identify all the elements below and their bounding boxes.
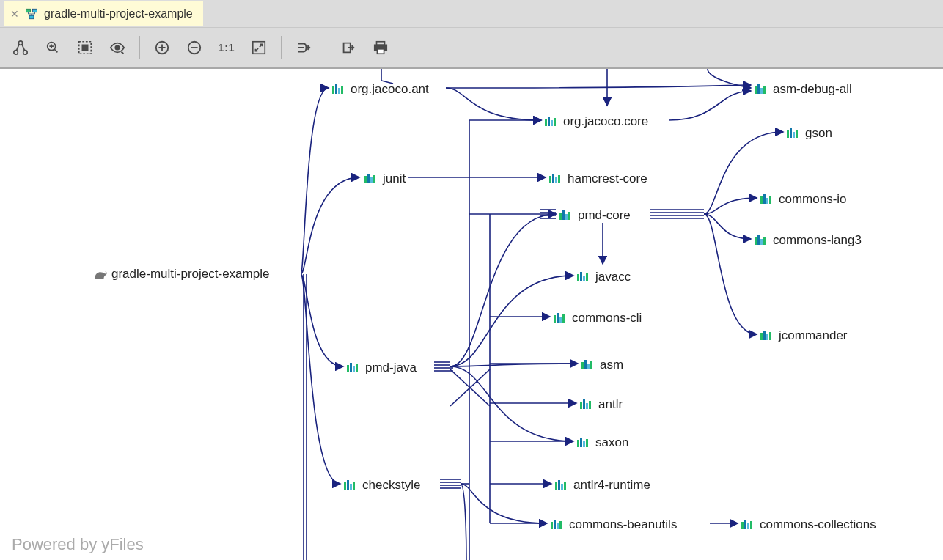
edges-layer — [0, 69, 943, 560]
svg-rect-53 — [584, 360, 587, 369]
library-icon — [579, 399, 594, 410]
node-label: pmd-java — [365, 361, 417, 375]
svg-point-4 — [14, 51, 18, 55]
close-icon[interactable]: ✕ — [10, 8, 19, 20]
svg-rect-88 — [760, 333, 763, 340]
svg-rect-35 — [554, 118, 556, 126]
svg-rect-78 — [793, 132, 795, 138]
node-label: commons-cli — [572, 311, 642, 325]
svg-rect-20 — [364, 176, 367, 183]
node-javacc[interactable]: javacc — [576, 270, 631, 284]
svg-rect-2 — [29, 15, 34, 19]
svg-rect-77 — [790, 128, 792, 138]
svg-rect-56 — [580, 402, 582, 409]
svg-rect-19 — [341, 86, 343, 94]
node-commons-collections[interactable]: commons-collections — [741, 517, 876, 532]
svg-rect-49 — [557, 313, 559, 323]
node-label: jcommander — [779, 328, 848, 343]
node-label: asm — [600, 358, 623, 372]
layout-button[interactable] — [6, 33, 35, 62]
svg-rect-95 — [750, 521, 752, 529]
node-jacoco-ant[interactable]: org.jacoco.ant — [331, 82, 429, 97]
node-hamcrest[interactable]: hamcrest-core — [548, 172, 647, 186]
node-beanutils[interactable]: commons-beanutils — [550, 517, 677, 532]
library-icon — [550, 519, 565, 531]
svg-rect-26 — [353, 366, 355, 372]
library-icon — [760, 330, 774, 342]
svg-rect-40 — [559, 213, 562, 220]
svg-rect-90 — [766, 334, 768, 340]
node-jacoco-core[interactable]: org.jacoco.core — [544, 114, 648, 129]
node-commons-io[interactable]: commons-io — [760, 192, 847, 207]
svg-rect-31 — [353, 482, 355, 490]
svg-rect-84 — [755, 237, 757, 245]
node-gson[interactable]: gson — [786, 126, 832, 141]
selection-button[interactable] — [70, 33, 100, 62]
svg-rect-63 — [586, 439, 588, 447]
node-antlr[interactable]: antlr — [579, 397, 623, 412]
watermark: Powered by yFiles — [12, 535, 144, 554]
show-paths-button[interactable] — [289, 33, 318, 62]
node-junit[interactable]: junit — [364, 172, 406, 186]
node-antlr4[interactable]: antlr4-runtime — [554, 478, 650, 493]
svg-rect-28 — [344, 482, 346, 490]
svg-rect-80 — [760, 196, 763, 204]
node-label: hamcrest-core — [568, 172, 647, 186]
svg-rect-94 — [747, 523, 749, 529]
node-asm-debug-all[interactable]: asm-debug-all — [754, 82, 852, 97]
svg-rect-82 — [766, 198, 768, 204]
node-label: antlr4-runtime — [573, 478, 650, 493]
svg-rect-21 — [367, 174, 370, 183]
svg-rect-27 — [356, 364, 358, 372]
node-jcommander[interactable]: jcommander — [760, 328, 848, 343]
node-label: org.jacoco.ant — [351, 82, 429, 97]
export-button[interactable] — [334, 33, 363, 62]
library-icon — [346, 362, 361, 374]
svg-rect-18 — [338, 88, 340, 94]
active-tab[interactable]: ✕ gradle-multi-project-example — [4, 1, 203, 26]
node-commons-cli[interactable]: commons-cli — [553, 311, 642, 325]
node-commons-lang3[interactable]: commons-lang3 — [754, 233, 862, 248]
diagram-canvas[interactable]: gradle-multi-project-example org.jacoco.… — [0, 69, 943, 560]
svg-rect-52 — [581, 362, 584, 369]
svg-rect-75 — [763, 86, 766, 94]
svg-rect-70 — [557, 523, 559, 529]
svg-rect-86 — [760, 239, 763, 245]
actual-size-button[interactable]: 1:1 — [212, 33, 241, 62]
tab-bar: ✕ gradle-multi-project-example — [0, 0, 943, 28]
library-icon — [343, 479, 358, 491]
node-label: gson — [805, 126, 832, 141]
svg-rect-42 — [565, 214, 568, 220]
svg-rect-47 — [586, 273, 588, 281]
node-saxon[interactable]: saxon — [576, 435, 628, 450]
svg-rect-60 — [577, 440, 579, 447]
svg-point-5 — [23, 51, 27, 55]
svg-rect-74 — [760, 88, 763, 94]
library-icon — [581, 359, 595, 371]
visibility-button[interactable] — [103, 33, 132, 62]
node-checkstyle[interactable]: checkstyle — [343, 478, 420, 493]
node-label: commons-io — [779, 192, 847, 207]
node-asm[interactable]: asm — [581, 358, 623, 372]
separator — [326, 36, 326, 59]
node-label: commons-beanutils — [569, 517, 677, 532]
fit-content-button[interactable] — [244, 33, 274, 62]
library-icon — [786, 128, 801, 139]
svg-rect-29 — [347, 480, 349, 490]
zoom-out-button[interactable] — [180, 33, 209, 62]
svg-rect-85 — [757, 235, 760, 245]
svg-rect-46 — [583, 276, 585, 281]
find-root-button[interactable] — [38, 33, 67, 62]
print-button[interactable] — [366, 33, 395, 62]
node-pmd-java[interactable]: pmd-java — [346, 361, 417, 375]
svg-rect-1 — [33, 9, 37, 12]
zoom-in-button[interactable] — [147, 33, 177, 62]
node-pmd-core[interactable]: pmd-core — [559, 208, 631, 223]
library-icon — [548, 173, 563, 185]
svg-rect-81 — [763, 194, 766, 204]
svg-rect-43 — [568, 212, 570, 220]
svg-rect-38 — [555, 177, 557, 183]
svg-rect-12 — [253, 42, 265, 54]
node-root[interactable]: gradle-multi-project-example — [94, 267, 269, 281]
svg-rect-72 — [755, 86, 757, 94]
